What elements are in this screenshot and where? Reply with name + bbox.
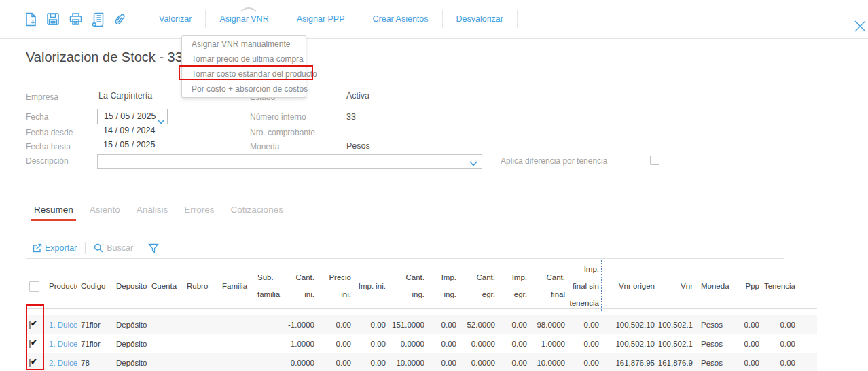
cell-imp-egr: 0.00 — [496, 321, 528, 329]
search-icon[interactable] — [94, 243, 103, 253]
dropdown-item-asignar-vnr-manualmente[interactable]: Asignar VNR manualmente — [182, 37, 306, 52]
table-row: 1. Dulce d 71flor Depósito C -1.0000 0.0… — [26, 315, 817, 334]
cell-vnr: 100,502.1 — [656, 321, 694, 329]
toolbar-separator-line — [26, 258, 784, 259]
asignar-vnr-dropdown: Asignar VNR manualmente Tomar precio de … — [181, 35, 306, 98]
cell-cant-ini: 0.0000 — [283, 359, 316, 367]
product-link[interactable]: 1. Dulce d — [45, 340, 77, 348]
cell-cant-final: 10.0000 — [528, 359, 566, 367]
aplica-diferencia-checkbox[interactable] — [650, 156, 659, 165]
cell-vnr: 161,876.9 — [656, 359, 694, 367]
buscar-input[interactable]: Buscar — [107, 243, 133, 253]
col-moneda: Moneda — [694, 264, 736, 308]
menu-crear-asientos[interactable]: Crear Asientos — [359, 10, 443, 28]
cell-imp-ing: 0.00 — [426, 321, 458, 329]
col-cant-ini: Cant. ini. — [283, 264, 316, 308]
fecha-label: Fecha — [26, 112, 48, 122]
cell-vnr: 100,502.1 — [656, 340, 694, 348]
cell-ppp: 0.00 — [736, 340, 761, 348]
col-codigo: Codigo — [77, 264, 112, 308]
fecha-input[interactable]: 15 / 05 / 2025 — [97, 109, 168, 124]
toolbar-icon-group — [24, 12, 126, 26]
select-all-checkbox[interactable] — [29, 281, 39, 292]
close-icon[interactable] — [854, 20, 866, 35]
resumen-table: Producto Codigo Deposito Cuenta Rubro Fa… — [26, 264, 817, 371]
menu-desvalorizar[interactable]: Desvalorizar — [443, 10, 518, 28]
nro-comprobante-label: Nro. comprobante — [250, 128, 315, 137]
table-body: 1. Dulce d 71flor Depósito C -1.0000 0.0… — [26, 315, 817, 371]
product-link[interactable]: 2. Dulce d — [45, 359, 77, 367]
chevron-down-icon — [469, 161, 477, 166]
estado-value: Activa — [346, 91, 369, 101]
fecha-hasta-value[interactable]: 15 / 05 / 2025 — [103, 140, 155, 149]
frozen-column-divider[interactable] — [600, 264, 603, 308]
cell-cant-ing: 151.0000 — [387, 321, 426, 329]
empresa-value: La Carpintería — [98, 91, 152, 101]
fecha-desde-value[interactable]: 14 / 09 / 2024 — [103, 126, 155, 135]
cell-cant-final: 98.0000 — [528, 321, 566, 329]
tab-resumen[interactable]: Resumen — [32, 205, 75, 221]
filter-icon[interactable] — [148, 243, 159, 253]
cell-precio-ini: 0.00 — [316, 359, 352, 367]
cell-imp-egr: 0.00 — [496, 359, 528, 367]
exportar-button[interactable]: Exportar — [45, 243, 77, 253]
cell-tenencia: 0.00 — [761, 321, 797, 329]
export-icon[interactable] — [33, 243, 42, 253]
page-title: Valorizacion de Stock - 33 — [26, 50, 183, 65]
cell-imp-final-sin-tenencia: 0.00 — [566, 359, 600, 367]
tab-errores[interactable]: Errores — [182, 205, 216, 221]
col-familia: Familia — [218, 264, 253, 308]
col-producto: Producto — [45, 264, 77, 308]
chevron-down-icon — [157, 119, 165, 124]
top-toolbar: Valorizar Asignar VNR Asignar PPP Crear … — [0, 0, 868, 39]
col-cant-final: Cant. final — [528, 264, 566, 308]
moneda-label: Moneda — [250, 142, 279, 152]
numero-interno-label: Número interno — [250, 112, 306, 122]
cell-precio-ini: 0.00 — [316, 321, 352, 329]
cell-imp-ini: 0.00 — [352, 321, 387, 329]
tab-cotizaciones[interactable]: Cotizaciones — [229, 205, 285, 221]
cell-cant-final: 1.0000 — [528, 340, 566, 348]
col-imp-egr: Imp. egr. — [496, 264, 528, 308]
tab-asiento[interactable]: Asiento — [88, 205, 122, 221]
toolbar-divider — [85, 242, 86, 254]
cell-imp-final-sin-tenencia: 0.00 — [566, 340, 600, 348]
cell-cant-egr: 52.0000 — [458, 321, 496, 329]
col-vnr: Vnr — [656, 264, 694, 308]
new-document-icon[interactable] — [24, 12, 37, 26]
cell-moneda: Pesos — [694, 340, 736, 348]
cell-deposito: Depósito C — [112, 321, 147, 329]
attach-icon[interactable] — [113, 12, 126, 26]
col-cuenta: Cuenta — [147, 264, 183, 308]
col-rubro: Rubro — [183, 264, 218, 308]
descripcion-input[interactable] — [97, 154, 482, 169]
cell-tenencia: 0.00 — [761, 340, 797, 348]
col-cant-egr: Cant. egr. — [458, 264, 496, 308]
tab-bar: Resumen Asiento Análisis Errores Cotizac… — [26, 205, 291, 221]
report-icon[interactable] — [92, 12, 104, 26]
print-icon[interactable] — [69, 12, 83, 26]
dropdown-item-por-costo-absorcion[interactable]: Por costo + absorción de costos — [182, 82, 306, 96]
cell-moneda: Pesos — [694, 359, 736, 367]
numero-interno-value: 33 — [346, 112, 356, 122]
descripcion-label: Descripción — [26, 156, 69, 166]
dropdown-item-tomar-precio-ultima-compra[interactable]: Tomar precio de ultima compra — [182, 52, 306, 67]
row-checkbox[interactable] — [29, 340, 31, 348]
cell-ppp: 0.00 — [736, 321, 761, 329]
cell-imp-egr: 0.00 — [496, 340, 528, 348]
row-checkbox-cell — [26, 340, 45, 348]
cell-cant-ing: 0.0000 — [387, 340, 426, 348]
menu-asignar-ppp[interactable]: Asignar PPP — [283, 10, 359, 28]
cell-deposito: Depósito C — [112, 340, 147, 348]
row-checkbox[interactable] — [29, 359, 31, 367]
header-filler — [797, 264, 817, 308]
dropdown-item-tomar-costo-estandar[interactable]: Tomar costo estandar del producto — [182, 67, 306, 82]
save-icon[interactable] — [46, 12, 60, 26]
menu-valorizar[interactable]: Valorizar — [145, 10, 206, 28]
cell-cant-ini: 1.0000 — [283, 340, 316, 348]
fecha-value: 15 / 05 / 2025 — [104, 111, 156, 121]
row-checkbox[interactable] — [29, 321, 31, 329]
cell-codigo: 78 — [77, 359, 112, 367]
product-link[interactable]: 1. Dulce d — [45, 321, 77, 329]
tab-analisis[interactable]: Análisis — [134, 205, 170, 221]
